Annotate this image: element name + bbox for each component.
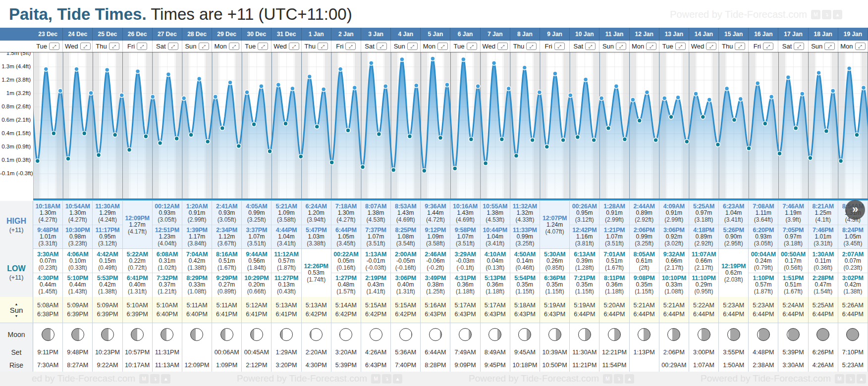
expand-day-button[interactable]: ⤢: [168, 43, 178, 50]
next-icon: »: [852, 204, 858, 215]
tide-entry: 8:05AM0.61m(2ft): [630, 249, 659, 273]
expand-day-button[interactable]: ⤢: [616, 43, 626, 50]
expand-day-button[interactable]: ⤢: [49, 43, 59, 50]
moon-phase-icon: [787, 328, 800, 341]
moon-phase-icon: [846, 328, 859, 341]
tide-entry: 12:51PM1.23m(4.04ft): [153, 225, 182, 248]
tide-time: 1:39PM: [182, 227, 212, 234]
tide-height-m: 0.98m: [63, 234, 92, 241]
sunset-time: 6:39PM: [67, 311, 88, 318]
expand-day-button[interactable]: ⤢: [199, 43, 209, 50]
expand-day-button[interactable]: ⤢: [109, 43, 119, 50]
sun-cell: 5:23AM6:44PM: [719, 297, 749, 323]
date-header-cell: 29 Dec: [212, 28, 242, 41]
moon-cell: 5:39PM3:30AM: [778, 323, 808, 372]
sunset-time: 6:39PM: [97, 311, 118, 318]
expand-day-button[interactable]: ⤢: [497, 43, 508, 50]
expand-day-button[interactable]: ⤢: [345, 43, 356, 50]
day-of-week-label: Mon: [840, 43, 853, 50]
expand-day-button[interactable]: ⤢: [407, 43, 418, 50]
tide-height-ft: (3.02ft): [659, 241, 689, 247]
day-of-week-cell: Wed⤢: [689, 41, 719, 52]
tide-time: 2:28PM: [809, 275, 838, 282]
expand-day-button[interactable]: ⤢: [377, 43, 387, 50]
tide-time: 3:49PM: [421, 275, 450, 282]
expand-day-button[interactable]: ⤢: [258, 43, 268, 50]
next-days-button[interactable]: »: [845, 200, 865, 220]
tide-height-ft: (3.51ft): [450, 241, 480, 247]
moonrise-time: 8:27AM: [63, 358, 92, 372]
expand-day-button[interactable]: ⤢: [824, 43, 835, 50]
sunset-time: 6:40PM: [157, 311, 178, 318]
date-header-cell: 24 Dec: [63, 28, 93, 41]
tide-height-ft: (1.21ft): [153, 289, 182, 295]
moonrise-time: 7:30AM: [33, 358, 62, 372]
tide-time: 4:44PM: [271, 227, 301, 234]
expand-day-button[interactable]: ⤢: [763, 43, 773, 50]
expand-day-button[interactable]: ⤢: [646, 43, 656, 50]
expand-day-button[interactable]: ⤢: [437, 43, 448, 50]
tide-time: 7:46PM: [809, 227, 838, 234]
day-of-week-cell: Fri⤢: [540, 41, 570, 52]
moon-cell: 1:29AM3:20PM: [271, 323, 301, 372]
expand-day-button[interactable]: ⤢: [855, 43, 866, 50]
tide-height-m: 0.14m: [510, 258, 540, 265]
tide-height-ft: (4.69ft): [391, 217, 420, 224]
moonset-time: 6:44AM: [421, 346, 450, 358]
tide-height-m: -0.03m: [450, 258, 480, 265]
expand-day-button[interactable]: ⤢: [735, 43, 745, 50]
expand-day-button[interactable]: ⤢: [318, 43, 328, 50]
sunrise-time: 5:13AM: [306, 302, 327, 309]
tide-height-m: 0.51m: [599, 258, 629, 265]
tide-entry: 7:46AM1.19m(3.9ft): [778, 201, 808, 225]
tide-time: 10:29PM: [242, 275, 271, 282]
expand-day-button[interactable]: ⤢: [467, 43, 477, 50]
expand-day-button[interactable]: ⤢: [137, 43, 147, 50]
day-of-week-label: Sat: [782, 43, 792, 50]
day-of-week-label: Tue: [662, 43, 673, 50]
tide-time: 2:06PM: [630, 227, 659, 234]
day-of-week-cell: Mon⤢: [630, 41, 659, 52]
expand-day-button[interactable]: ⤢: [706, 43, 716, 50]
moon-phase-icon: [488, 328, 501, 341]
tide-height-m: 0.33m: [182, 282, 212, 289]
tide-entry: 00:04AM0.24m(0.79ft): [749, 249, 778, 273]
tide-height-m: 0.35m: [570, 282, 599, 289]
expand-day-button[interactable]: ⤢: [585, 43, 596, 50]
tide-height-m: 0.57m: [271, 258, 301, 265]
moon-phase-icon: [131, 328, 144, 341]
tide-height-ft: (4.27ft): [63, 217, 92, 224]
moon-phase-icon: [698, 328, 710, 341]
expand-day-button[interactable]: ⤢: [229, 43, 239, 50]
tide-time: 7:01AM: [599, 251, 629, 258]
expand-day-button[interactable]: ⤢: [554, 43, 565, 50]
tide-height-ft: (3.31ft): [809, 241, 838, 247]
tide-height-m: 0.56m: [242, 258, 271, 265]
expand-day-button[interactable]: ⤢: [794, 43, 804, 50]
day-of-week-label: Thu: [304, 43, 315, 50]
moon-phase-cell: [63, 323, 92, 346]
moonrise-time: 5:39PM: [331, 358, 361, 372]
expand-day-button[interactable]: ⤢: [675, 43, 686, 50]
tide-height-ft: (2.99ft): [659, 217, 689, 224]
tide-height-m: 0.93m: [749, 234, 778, 241]
tide-height-m: 0.99m: [242, 210, 271, 217]
moonset-time: 12:21PM: [599, 346, 629, 358]
tide-height-ft: (1.18ft): [599, 289, 629, 295]
tide-entry: 8:29PM0.33m(1.08ft): [182, 273, 212, 296]
expand-day-button[interactable]: ⤢: [526, 43, 537, 50]
sun-cell: 5:17AM6:43PM: [481, 297, 510, 323]
sunset-time: 6:44PM: [753, 311, 774, 318]
expand-day-button[interactable]: ⤢: [80, 43, 91, 50]
sun-cell: 5:18AM6:43PM: [510, 297, 540, 323]
tide-height-ft: (3.41ft): [481, 241, 510, 247]
tide-entry: 11:33PM0.99m(3.25ft): [510, 225, 540, 248]
tide-height-ft: (2.95ft): [719, 241, 748, 247]
tide-height-m: 1.38m: [361, 210, 390, 217]
moon-cell: 4:26AM6:43PM: [361, 323, 391, 372]
expand-day-button[interactable]: ⤢: [289, 43, 299, 50]
moonset-time: 3:55PM: [719, 346, 748, 358]
tide-height-m: 0.27m: [212, 282, 241, 289]
watermark-logo-icon: ↴: [822, 10, 831, 19]
tide-time: 5:26PM: [719, 227, 748, 234]
